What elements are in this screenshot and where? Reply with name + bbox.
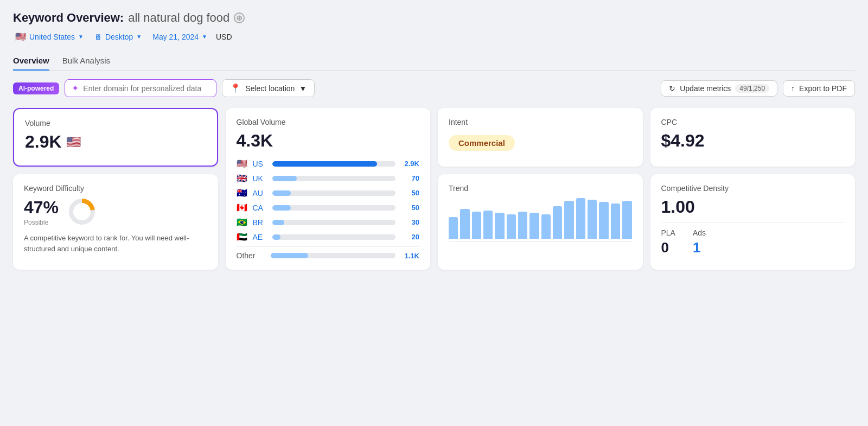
- intent-value: Commercial: [449, 135, 515, 151]
- tab-bulk-analysis[interactable]: Bulk Analysis: [62, 52, 110, 71]
- gv-country-br: BR: [253, 218, 268, 227]
- trend-bar-9: [553, 206, 562, 239]
- location-label: United States: [29, 33, 75, 41]
- gv-row-br: 🇧🇷 BR 30: [237, 217, 420, 227]
- gv-bar-bg-au: [272, 190, 396, 196]
- title-prefix: Keyword Overview:: [13, 11, 124, 25]
- trend-bar-12: [588, 200, 597, 239]
- date-filter-btn[interactable]: May 21, 2024 ▼: [150, 31, 209, 42]
- kd-percent: 47%: [24, 198, 59, 218]
- volume-label: Volume: [25, 119, 206, 128]
- trend-bar-14: [611, 204, 620, 239]
- intent-card: Intent Commercial: [438, 108, 643, 167]
- kd-donut-chart: [67, 197, 97, 226]
- gv-row-ca: 🇨🇦 CA 50: [237, 202, 420, 213]
- date-label: May 21, 2024: [152, 33, 199, 41]
- location-select-chevron: ▼: [299, 84, 307, 93]
- competitive-density-label: Competitive Density: [661, 184, 845, 193]
- trend-bar-2: [472, 212, 481, 239]
- trend-bar-11: [576, 198, 585, 239]
- gv-bar-fill-uk: [272, 176, 297, 181]
- gv-bar-fill-au: [272, 190, 291, 196]
- update-metrics-btn[interactable]: ↻ Update metrics 49/1,250: [661, 80, 777, 97]
- export-icon: ↑: [791, 84, 795, 93]
- device-label: Desktop: [105, 33, 133, 41]
- ads-item: Ads 1: [693, 228, 706, 256]
- add-keyword-icon[interactable]: ⊕: [234, 12, 245, 23]
- trend-bar-7: [529, 213, 539, 239]
- us-flag-icon: 🇺🇸: [15, 31, 26, 42]
- global-volume-label: Global Volume: [237, 118, 420, 126]
- trend-card: Trend: [438, 174, 643, 270]
- other-bar-fill: [271, 253, 308, 258]
- export-label: Export to PDF: [799, 84, 847, 93]
- update-count-badge: 49/1,250: [735, 84, 769, 93]
- refresh-icon: ↻: [669, 84, 675, 93]
- gv-bar-bg-us: [272, 161, 396, 167]
- global-volume-card: Global Volume 4.3K 🇺🇸 US 2.9K 🇬🇧 UK 70 🇦…: [226, 108, 431, 270]
- gv-flag-ca: 🇨🇦: [237, 202, 248, 213]
- device-filter-btn[interactable]: 🖥 Desktop ▼: [92, 31, 144, 42]
- export-pdf-btn[interactable]: ↑ Export to PDF: [783, 80, 855, 97]
- gv-country-us: US: [253, 160, 268, 168]
- location-chevron-icon: ▼: [78, 34, 84, 40]
- gv-bar-bg-uk: [272, 176, 396, 181]
- competitive-density-card: Competitive Density 1.00 PLA 0 Ads 1: [650, 174, 856, 270]
- gv-row-uk: 🇬🇧 UK 70: [237, 173, 420, 183]
- domain-input[interactable]: [83, 84, 209, 93]
- gv-country-uk: UK: [253, 174, 268, 183]
- other-label: Other: [237, 251, 266, 260]
- gv-value-br: 30: [400, 218, 419, 226]
- tabs-row: Overview Bulk Analysis: [13, 52, 855, 71]
- ads-label: Ads: [693, 228, 706, 237]
- other-value: 1.1K: [400, 252, 419, 260]
- tab-overview[interactable]: Overview: [13, 52, 49, 71]
- update-metrics-label: Update metrics: [680, 84, 731, 93]
- cpc-card: CPC $4.92: [650, 108, 856, 167]
- trend-chart: [449, 198, 632, 241]
- domain-input-wrap[interactable]: ✦: [65, 79, 216, 97]
- location-pin-icon: 📍: [230, 83, 241, 93]
- toolbar-row: 🇺🇸 United States ▼ 🖥 Desktop ▼ May 21, 2…: [13, 30, 855, 43]
- currency-label: USD: [216, 33, 232, 41]
- gv-flag-au: 🇦🇺: [237, 188, 248, 198]
- gv-bar-fill-us: [272, 161, 377, 167]
- page-title: Keyword Overview: all natural dog food ⊕: [13, 11, 855, 25]
- trend-bar-8: [541, 214, 551, 239]
- device-chevron-icon: ▼: [136, 34, 142, 40]
- location-filter-btn[interactable]: 🇺🇸 United States ▼: [13, 30, 86, 43]
- gv-row-au: 🇦🇺 AU 50: [237, 188, 420, 198]
- kd-possible-label: Possible: [24, 219, 59, 226]
- global-volume-other-row: Other 1.1K: [237, 246, 420, 260]
- location-select-btn[interactable]: 📍 Select location ▼: [222, 79, 315, 97]
- gv-bar-fill-ae: [272, 234, 281, 240]
- volume-value: 2.9K 🇺🇸: [25, 132, 206, 152]
- pla-ads-row: PLA 0 Ads 1: [661, 228, 845, 256]
- gv-value-us: 2.9K: [400, 160, 419, 168]
- keyword-difficulty-card: Keyword Difficulty 47% Possible A compet…: [13, 174, 218, 270]
- ai-powered-badge: AI-powered: [13, 82, 59, 94]
- trend-bar-10: [564, 201, 573, 239]
- cd-divider: [661, 222, 845, 223]
- gv-value-uk: 70: [400, 174, 419, 182]
- trend-label: Trend: [449, 184, 632, 193]
- volume-card: Volume 2.9K 🇺🇸: [13, 108, 218, 167]
- page-header: Keyword Overview: all natural dog food ⊕…: [13, 11, 855, 43]
- trend-bar-3: [483, 211, 493, 239]
- volume-flag-icon: 🇺🇸: [66, 135, 81, 149]
- pla-item: PLA 0: [661, 228, 675, 256]
- location-select-label: Select location: [245, 84, 295, 93]
- pla-label: PLA: [661, 228, 675, 237]
- gv-flag-uk: 🇬🇧: [237, 173, 248, 183]
- pla-value: 0: [661, 239, 675, 256]
- gv-country-au: AU: [253, 189, 268, 198]
- kd-label: Keyword Difficulty: [24, 184, 207, 193]
- competitive-density-row: Competitive Density 1.00: [661, 184, 845, 217]
- gv-bar-bg-br: [272, 220, 396, 225]
- gv-value-au: 50: [400, 189, 419, 197]
- cpc-label: CPC: [661, 118, 845, 126]
- gv-row-us: 🇺🇸 US 2.9K: [237, 158, 420, 169]
- gv-country-ae: AE: [253, 233, 268, 241]
- keyword-text: all natural dog food: [128, 11, 229, 25]
- cards-grid: Volume 2.9K 🇺🇸 Global Volume 4.3K 🇺🇸 US …: [13, 108, 855, 270]
